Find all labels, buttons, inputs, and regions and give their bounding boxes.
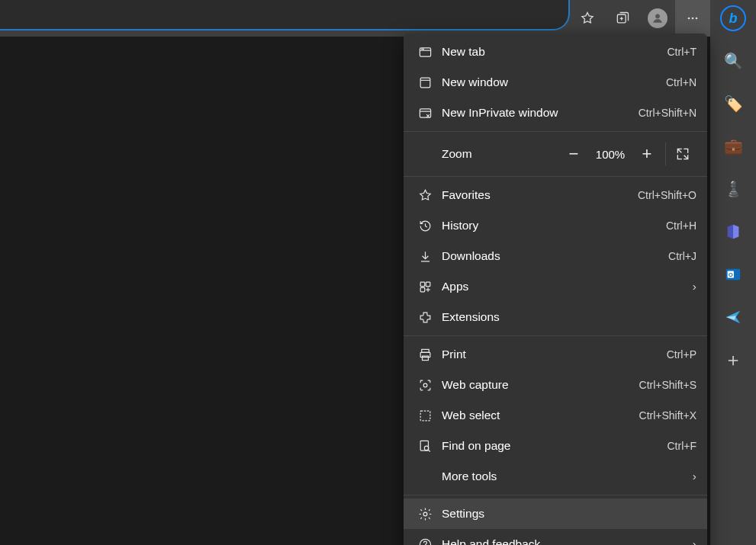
- zoom-label: Zoom: [442, 147, 558, 161]
- svg-rect-15: [426, 282, 430, 287]
- web-capture-icon: [414, 378, 436, 393]
- menu-separator: [404, 131, 707, 132]
- menu-shortcut: Ctrl+Shift+S: [639, 379, 696, 391]
- downloads-icon: [414, 249, 436, 264]
- svg-point-4: [692, 18, 694, 20]
- svg-point-3: [688, 18, 690, 20]
- menu-favorites[interactable]: Favorites Ctrl+Shift+O: [404, 180, 707, 210]
- settings-menu: New tab Ctrl+T New window Ctrl+N New InP…: [404, 34, 707, 545]
- menu-shortcut: Ctrl+Shift+N: [639, 107, 696, 119]
- help-icon: [414, 537, 436, 546]
- svg-point-24: [423, 512, 427, 516]
- menu-label: Favorites: [442, 188, 638, 202]
- inprivate-icon: [414, 106, 436, 120]
- find-icon: [414, 439, 436, 454]
- menu-label: Settings: [442, 507, 696, 521]
- chevron-right-icon: ›: [693, 537, 696, 545]
- menu-web-capture[interactable]: Web capture Ctrl+Shift+S: [404, 370, 707, 400]
- outlook-icon[interactable]: O: [718, 259, 748, 290]
- svg-point-11: [423, 49, 423, 50]
- menu-shortcut: Ctrl+H: [666, 220, 696, 232]
- menu-shortcut: Ctrl+T: [668, 46, 697, 58]
- more-button[interactable]: [675, 0, 710, 37]
- menu-apps[interactable]: Apps ›: [404, 271, 707, 302]
- menu-new-window[interactable]: New window Ctrl+N: [404, 67, 707, 98]
- menu-label: Web capture: [442, 378, 639, 392]
- menu-shortcut: Ctrl+J: [668, 250, 696, 262]
- address-bar[interactable]: [0, 0, 570, 30]
- favorites-button[interactable]: [570, 0, 605, 37]
- svg-rect-12: [420, 78, 430, 88]
- send-icon[interactable]: [718, 302, 748, 332]
- svg-rect-14: [420, 282, 425, 287]
- menu-label: Find on page: [442, 439, 668, 453]
- menu-shortcut: Ctrl+Shift+X: [639, 409, 696, 422]
- favorites-icon: [414, 188, 436, 203]
- svg-point-2: [655, 14, 659, 18]
- menu-label: Extensions: [442, 310, 696, 324]
- zoom-in-button[interactable]: +: [632, 141, 662, 167]
- menu-separator: [404, 495, 707, 495]
- apps-icon: [414, 280, 436, 294]
- svg-rect-16: [420, 287, 425, 292]
- svg-rect-13: [420, 108, 430, 117]
- settings-icon: [414, 507, 436, 521]
- menu-extensions[interactable]: Extensions: [404, 302, 707, 332]
- new-window-icon: [414, 75, 436, 90]
- svg-rect-19: [422, 356, 428, 361]
- menu-separator: [404, 176, 707, 177]
- svg-text:O: O: [729, 271, 733, 278]
- office-icon[interactable]: [718, 216, 748, 247]
- web-select-icon: [414, 409, 436, 423]
- menu-label: History: [442, 219, 666, 232]
- extensions-icon: [414, 310, 436, 325]
- search-icon[interactable]: 🔍: [718, 46, 748, 76]
- zoom-value: 100%: [589, 148, 632, 161]
- fullscreen-button[interactable]: [669, 146, 696, 162]
- menu-print[interactable]: Print Ctrl+P: [404, 339, 707, 370]
- new-tab-icon: [414, 45, 436, 59]
- browser-toolbar: [0, 0, 756, 37]
- tools-icon[interactable]: 💼: [718, 131, 748, 162]
- menu-label: Help and feedback: [442, 537, 687, 545]
- svg-point-5: [696, 18, 698, 20]
- menu-shortcut: Ctrl+N: [666, 76, 696, 88]
- profile-button[interactable]: [640, 0, 675, 37]
- menu-downloads[interactable]: Downloads Ctrl+J: [404, 241, 707, 271]
- menu-settings[interactable]: Settings: [404, 499, 707, 529]
- menu-zoom: Zoom − 100% +: [404, 135, 707, 173]
- history-icon: [414, 219, 436, 233]
- svg-rect-21: [420, 411, 430, 421]
- menu-label: Downloads: [442, 249, 668, 263]
- menu-find[interactable]: Find on page Ctrl+F: [404, 431, 707, 461]
- menu-shortcut: Ctrl+Shift+O: [638, 189, 696, 201]
- collections-button[interactable]: [605, 0, 640, 37]
- menu-history[interactable]: History Ctrl+H: [404, 210, 707, 241]
- menu-label: New tab: [442, 45, 668, 59]
- menu-label: New window: [442, 75, 666, 89]
- games-icon[interactable]: ♟️: [718, 174, 748, 204]
- menu-new-inprivate[interactable]: New InPrivate window Ctrl+Shift+N: [404, 98, 707, 128]
- shopping-icon[interactable]: 🏷️: [718, 88, 748, 119]
- menu-label: Print: [442, 348, 667, 361]
- add-sidebar-icon[interactable]: ＋: [718, 345, 748, 375]
- menu-web-select[interactable]: Web select Ctrl+Shift+X: [404, 400, 707, 431]
- menu-shortcut: Ctrl+F: [668, 440, 697, 452]
- zoom-out-button[interactable]: −: [558, 141, 589, 167]
- menu-separator: [404, 335, 707, 336]
- bing-chat-icon[interactable]: b: [718, 3, 748, 34]
- menu-label: More tools: [442, 470, 687, 483]
- print-icon: [414, 348, 436, 362]
- menu-help[interactable]: Help and feedback ›: [404, 529, 707, 545]
- menu-shortcut: Ctrl+P: [667, 348, 696, 361]
- menu-label: New InPrivate window: [442, 106, 639, 120]
- chevron-right-icon: ›: [693, 280, 696, 293]
- menu-label: Web select: [442, 409, 639, 422]
- menu-more-tools[interactable]: More tools ›: [404, 461, 707, 492]
- svg-point-20: [423, 383, 427, 387]
- menu-new-tab[interactable]: New tab Ctrl+T: [404, 37, 707, 67]
- chevron-right-icon: ›: [693, 470, 696, 483]
- menu-label: Apps: [442, 280, 687, 293]
- edge-sidebar: b 🔍 🏷️ 💼 ♟️ O ＋: [710, 0, 756, 545]
- svg-point-10: [421, 49, 422, 50]
